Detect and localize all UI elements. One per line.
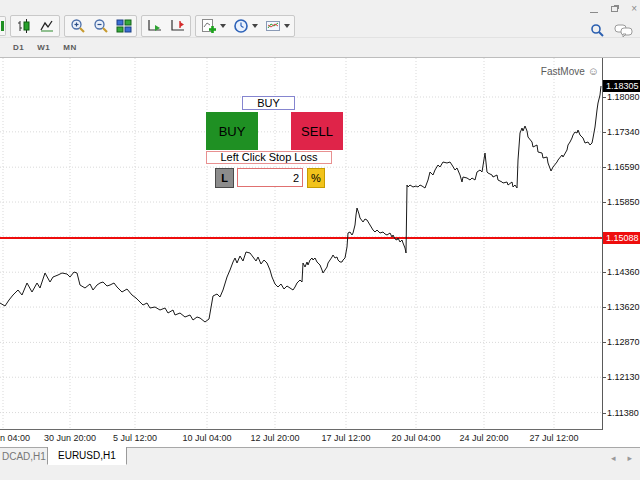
close-button[interactable]: × <box>631 5 637 13</box>
status-bar <box>0 466 640 480</box>
timeframe-w1-button[interactable]: W1 <box>32 41 55 54</box>
zoom-in-icon <box>70 18 86 34</box>
chart-shift-button[interactable] <box>166 17 189 36</box>
zoom-in-button[interactable] <box>66 17 89 36</box>
titlebar: × <box>0 0 640 16</box>
auto-scroll-button[interactable] <box>143 17 166 36</box>
templates-dropdown-caret[interactable] <box>284 24 290 28</box>
stop-loss-instruction-label: Left Click Stop Loss <box>206 151 332 164</box>
tab-scroll-arrows: ◂ ▸ <box>611 453 632 463</box>
insert-group <box>195 15 295 37</box>
zoom-out-button[interactable] <box>89 17 112 36</box>
toolbar-right-tools <box>590 23 640 38</box>
periods-button[interactable] <box>229 17 252 36</box>
price-label: 1.18080 <box>607 92 640 103</box>
clipped-toolbar-button[interactable] <box>0 16 6 36</box>
tab-dcad[interactable]: DCAD,H1 <box>2 451 46 462</box>
tab-scroll-right-button[interactable]: ▸ <box>627 453 632 463</box>
percent-button[interactable]: % <box>307 168 325 188</box>
chart-plot-area[interactable]: FastMove ☺ BUY BUY SELL Left Click Stop … <box>0 58 602 430</box>
line-chart-icon <box>39 18 55 34</box>
window-controls: × <box>590 4 637 14</box>
chart-tab-bar: DCAD,H1 EURUSD,H1 ◂ ▸ <box>0 447 640 466</box>
price-tick <box>603 202 606 203</box>
auto-scroll-icon <box>147 18 163 34</box>
price-tick <box>603 272 606 273</box>
minimize-button[interactable] <box>590 6 598 13</box>
time-label: 17 Jul 12:00 <box>321 433 370 443</box>
indicators-dropdown-caret[interactable] <box>220 24 226 28</box>
time-label: 27 Jul 12:00 <box>529 433 578 443</box>
price-label: 1.15850 <box>607 197 640 208</box>
stop-line-price-badge: 1.15088 <box>603 232 640 244</box>
indicator-name-label: FastMove ☺ <box>541 65 599 77</box>
time-label: 10 Jul 04:00 <box>182 433 231 443</box>
templates-button[interactable] <box>261 17 284 36</box>
time-label: 24 Jul 20:00 <box>459 433 508 443</box>
buy-button[interactable]: BUY <box>206 112 258 150</box>
price-tick <box>603 97 606 98</box>
price-tick <box>603 132 606 133</box>
tab-eurusd[interactable]: EURUSD,H1 <box>47 447 127 465</box>
restore-button[interactable] <box>611 6 618 12</box>
zoom-group <box>64 15 137 37</box>
chart-shift-icon <box>170 18 186 34</box>
tile-windows-icon <box>116 18 132 34</box>
timeframe-d1-button[interactable]: D1 <box>8 41 29 54</box>
price-label: 1.11380 <box>607 408 639 419</box>
timeframe-bar: D1 W1 MN <box>0 38 640 58</box>
time-label: 30 Jun 20:00 <box>44 433 96 443</box>
chat-icon[interactable] <box>614 23 634 38</box>
buy-order-type-box[interactable]: BUY <box>242 96 295 110</box>
chart-type-group <box>10 15 60 37</box>
price-tick <box>603 342 606 343</box>
price-label: 1.12870 <box>607 337 640 348</box>
tab-scroll-left-button[interactable]: ◂ <box>611 453 616 463</box>
current-price-badge: 1.18305 <box>603 80 640 92</box>
price-tick <box>603 377 606 378</box>
clock-icon <box>233 18 249 34</box>
time-label: 5 Jul 12:00 <box>113 433 157 443</box>
time-label: 20 Jul 04:00 <box>391 433 440 443</box>
time-label: 12 Jul 20:00 <box>250 433 299 443</box>
line-chart-button[interactable] <box>35 17 58 36</box>
search-icon[interactable] <box>590 23 605 38</box>
toolbar <box>0 15 640 38</box>
stop-loss-input[interactable] <box>237 168 303 187</box>
candlestick-chart-button[interactable] <box>12 17 35 36</box>
price-label: 1.14360 <box>607 267 640 278</box>
template-icon <box>265 18 281 34</box>
price-label: 1.13620 <box>607 302 640 313</box>
price-label: 1.12130 <box>607 372 640 383</box>
indicators-icon <box>201 18 217 34</box>
lots-toggle-button[interactable]: L <box>215 168 234 188</box>
timeframe-mn-button[interactable]: MN <box>58 41 81 54</box>
indicators-button[interactable] <box>197 17 220 36</box>
time-label: n 04:00 <box>0 433 30 443</box>
indicator-name-text: FastMove <box>541 66 585 77</box>
price-axis: 1.180801.173401.165901.158501.143601.136… <box>602 58 640 430</box>
price-tick <box>603 307 606 308</box>
periods-dropdown-caret[interactable] <box>252 24 258 28</box>
scroll-group <box>141 15 191 37</box>
tile-windows-button[interactable] <box>112 17 135 36</box>
candlestick-icon <box>16 18 32 34</box>
time-axis: n 04:0030 Jun 20:005 Jul 12:0010 Jul 04:… <box>0 430 640 447</box>
price-label: 1.17340 <box>607 127 640 138</box>
price-tick <box>603 413 606 414</box>
smiley-icon: ☺ <box>588 65 599 77</box>
sell-button[interactable]: SELL <box>291 112 343 150</box>
zoom-out-icon <box>93 18 109 34</box>
price-label: 1.16590 <box>607 162 640 173</box>
price-tick <box>603 167 606 168</box>
